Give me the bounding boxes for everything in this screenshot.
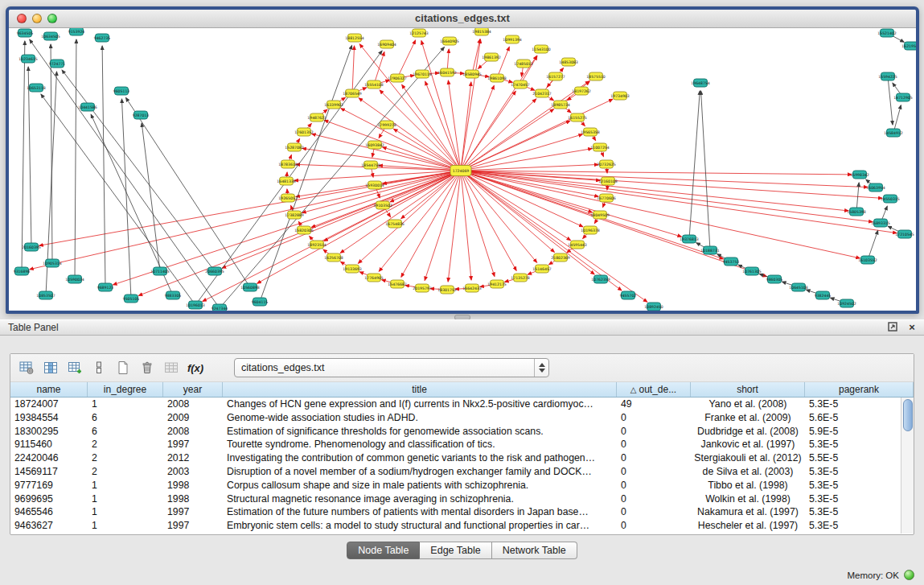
graph-node[interactable]: 18923514 [307, 241, 326, 249]
graph-node[interactable]: 16256708 [324, 253, 343, 262]
tab-node-table[interactable]: Node Table [347, 542, 420, 559]
graph-node[interactable]: 9505105 [123, 295, 140, 303]
graph-node[interactable]: 10924502 [837, 299, 856, 307]
edit-columns-icon[interactable] [65, 358, 84, 377]
graph-node[interactable]: 18301752 [437, 286, 456, 294]
graph-node[interactable]: 19648754 [691, 79, 709, 87]
column-header[interactable]: in_degree [88, 382, 163, 397]
scrollbar-thumb[interactable] [903, 399, 913, 431]
graph-node[interactable]: 10905314 [43, 259, 61, 267]
graph-node[interactable]: 19861392 [482, 53, 500, 61]
column-header[interactable]: year [163, 382, 223, 397]
graph-node[interactable]: 18706549 [343, 89, 361, 97]
graph-node[interactable]: 10188731 [700, 246, 719, 254]
graph-node[interactable]: 16041592 [437, 68, 456, 76]
graph-node[interactable]: 9247344 [211, 304, 228, 311]
graph-node[interactable]: 20732625 [597, 160, 615, 168]
graph-node[interactable]: 18812554 [345, 34, 363, 42]
graph-node[interactable]: 20160395 [22, 243, 40, 251]
function-builder-icon[interactable]: f(x) [186, 358, 205, 377]
graph-node[interactable]: 17135278 [511, 274, 529, 282]
graph-node[interactable]: 9153924 [68, 28, 85, 35]
graph-node[interactable]: 10991394 [503, 35, 521, 43]
table-options-icon[interactable] [17, 358, 36, 377]
column-header[interactable]: pagerank [805, 382, 914, 397]
graph-node[interactable]: 20660395 [205, 267, 224, 275]
graph-node[interactable]: 9453753 [723, 257, 740, 266]
graph-node[interactable]: 19103502 [373, 201, 392, 209]
column-header[interactable]: title [223, 382, 617, 397]
table-row[interactable]: 1872400712008Changes of HCN gene express… [10, 398, 901, 411]
graph-node[interactable]: 16893315 [871, 219, 889, 227]
graph-node[interactable]: 15998342 [850, 171, 869, 179]
graph-node[interactable]: 19133693 [343, 265, 361, 273]
graph-node[interactable]: 16339903 [324, 101, 343, 109]
graph-node[interactable]: 9462735 [94, 34, 111, 42]
graph-node[interactable]: 10645108 [789, 283, 807, 291]
graph-node[interactable]: 19265057 [278, 194, 297, 202]
graph-node[interactable]: 15930014 [365, 181, 384, 189]
graph-node[interactable]: 10560898 [240, 283, 259, 291]
graph-node[interactable]: 12125743 [409, 29, 428, 37]
column-header[interactable]: name [10, 382, 88, 397]
graph-node[interactable]: 9605113 [113, 87, 130, 95]
graph-node[interactable]: 16093842 [365, 141, 384, 149]
graph-node[interactable]: 19376813 [680, 235, 698, 243]
graph-node[interactable]: 17470457 [511, 80, 529, 89]
graph-node[interactable]: 9382445 [815, 291, 832, 299]
select-rows-icon[interactable] [89, 358, 109, 377]
graph-node[interactable]: 16754836 [385, 220, 404, 228]
graph-node[interactable]: 10590024 [65, 275, 84, 283]
graph-node[interactable]: 9287013 [133, 111, 150, 119]
graph-node[interactable]: 10762359 [591, 275, 610, 283]
table-row[interactable]: 1938455462009Genome-wide association stu… [10, 411, 901, 425]
close-panel-icon[interactable]: × [906, 321, 918, 332]
graph-node[interactable]: 18580945 [462, 70, 481, 78]
graph-node[interactable]: 15476687 [388, 280, 406, 288]
network-canvas[interactable]: 1724069160415921858094519861098174704572… [9, 28, 916, 311]
graph-node[interactable]: 17485013 [514, 60, 532, 68]
graph-node[interactable]: 19815384 [472, 28, 491, 35]
graph-node[interactable]: 17764905 [364, 274, 383, 282]
graph-node[interactable]: 15146457 [532, 265, 551, 273]
graph-node[interactable]: 18544750 [361, 161, 380, 169]
graph-node[interactable]: 16155275 [568, 113, 586, 122]
graph-node[interactable]: 19565358 [581, 128, 599, 136]
graph-node[interactable]: 9883305 [165, 291, 182, 299]
graph-node[interactable]: 14584912 [884, 129, 902, 137]
graph-node[interactable]: 16103552 [858, 256, 877, 264]
table-row[interactable]: 1456911722003Disruption of a novel membe… [10, 465, 901, 479]
graph-node[interactable]: 19734903 [610, 92, 629, 100]
graph-node[interactable]: 19412175 [487, 280, 506, 288]
table-vertical-scrollbar[interactable] [901, 398, 914, 534]
graph-node[interactable]: 10634505 [41, 32, 60, 40]
graph-node[interactable]: 16909404 [377, 40, 396, 48]
graph-node[interactable]: 9455702 [620, 291, 637, 299]
graph-node[interactable]: 17906327 [388, 74, 406, 82]
import-table-icon[interactable] [162, 358, 181, 377]
graph-node[interactable]: 17999278 [377, 121, 396, 129]
graph-node[interactable]: 20195797 [413, 284, 431, 292]
table-row[interactable]: 2242004622012Investigating the contribut… [10, 451, 901, 465]
graph-node[interactable]: 19861098 [487, 74, 506, 82]
graph-node[interactable]: 10892450 [644, 303, 663, 311]
graph-node[interactable]: 18575510 [586, 72, 605, 80]
graph-node[interactable]: 16157277 [546, 72, 565, 80]
graph-node[interactable]: 16642433 [462, 284, 481, 292]
graph-node[interactable]: 14712905 [893, 93, 912, 101]
tab-network-table[interactable]: Network Table [492, 542, 577, 559]
table-row[interactable]: 911546021997Tourette syndrome. Phenomeno… [10, 438, 901, 451]
graph-node[interactable]: 15287082 [285, 143, 303, 151]
graph-node[interactable]: 17601352 [294, 128, 313, 136]
graph-node[interactable]: 9724771 [49, 60, 66, 68]
tab-edge-table[interactable]: Edge Table [420, 542, 491, 559]
graph-node[interactable]: 10441586 [78, 103, 97, 111]
graph-node[interactable]: 9860305 [766, 275, 783, 283]
table-row[interactable]: 1830029562008Estimation of significance … [10, 425, 901, 439]
graph-node[interactable]: 10853507 [36, 291, 55, 299]
graph-node[interactable]: 16770606 [597, 194, 615, 202]
graph-node[interactable]: 10653118 [27, 84, 45, 92]
graph-node[interactable]: 15521402 [877, 29, 896, 37]
delete-table-icon[interactable] [138, 358, 157, 377]
graph-node[interactable]: 14853083 [559, 58, 577, 66]
